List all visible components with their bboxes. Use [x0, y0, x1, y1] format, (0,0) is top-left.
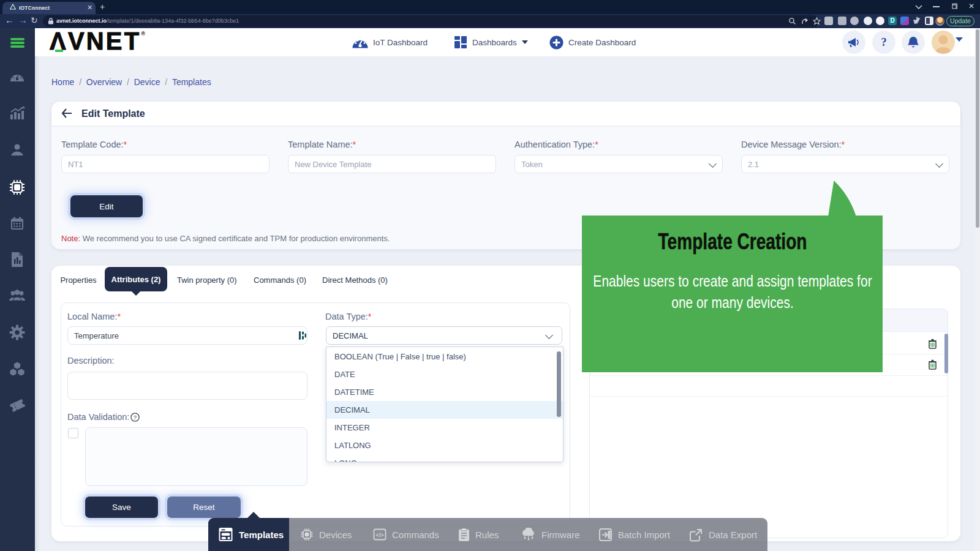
svg-text:</>: </>	[375, 532, 383, 538]
svg-text:?: ?	[134, 414, 137, 421]
